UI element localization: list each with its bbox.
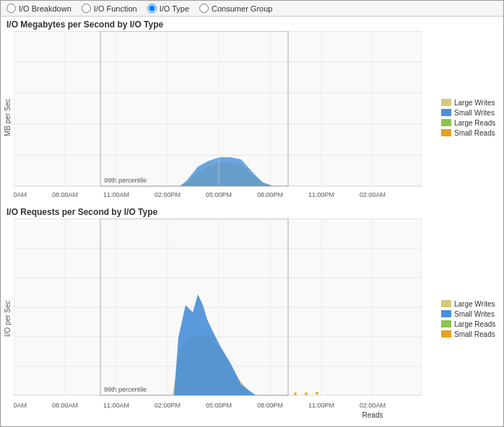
io-breakdown-option[interactable]: I/O Breakdown (6, 4, 71, 13)
svg-text:05:00AM: 05:00AM (14, 402, 27, 409)
svg-text:11:00PM: 11:00PM (308, 402, 334, 409)
chart2-small-reads-label: Small Reads (454, 330, 495, 338)
chart2-legend-item-small-reads: Small Reads (441, 330, 500, 338)
large-writes-label: Large Writes (454, 99, 495, 107)
svg-text:05:00PM: 05:00PM (206, 402, 232, 409)
small-reads-label: Small Reads (454, 129, 495, 137)
legend-item-small-reads: Small Reads (441, 129, 500, 137)
io-breakdown-label: I/O Breakdown (19, 4, 71, 13)
chart1-title: I/O Megabytes per Second by I/O Type (1, 17, 503, 31)
legend-item-small-writes: Small Writes (441, 109, 500, 117)
svg-point-60 (316, 392, 318, 395)
chart1-section: I/O Megabytes per Second by I/O Type MB … (1, 17, 503, 204)
svg-text:08:00PM: 08:00PM (257, 191, 283, 198)
svg-text:08:00AM: 08:00AM (52, 191, 78, 198)
svg-text:11:00AM: 11:00AM (103, 191, 129, 198)
chart2-large-writes-color (441, 300, 451, 307)
chart2-area: 1200 1000 800 600 400 200 0 99th percent… (14, 219, 438, 419)
chart1-svg: 50 40 30 20 10 0 99th percentile 05:00AM… (14, 31, 422, 204)
svg-text:02:00PM: 02:00PM (155, 191, 181, 198)
svg-text:99th percentile: 99th percentile (104, 386, 147, 393)
io-function-label: I/O Function (94, 4, 137, 13)
consumer-group-label: Consumer Group (212, 4, 272, 13)
chart2-small-writes-color (441, 310, 451, 317)
chart2-svg: 1200 1000 800 600 400 200 0 99th percent… (14, 219, 422, 419)
svg-text:05:00AM: 05:00AM (14, 191, 27, 198)
legend-item-large-reads: Large Reads (441, 119, 500, 127)
large-reads-color (441, 119, 451, 126)
chart2-title: I/O Requests per Second by I/O Type (1, 204, 503, 219)
chart2-legend: Large Writes Small Writes Large Reads Sm… (438, 219, 503, 419)
svg-text:11:00PM: 11:00PM (308, 191, 334, 198)
chart2-large-writes-label: Large Writes (454, 300, 495, 308)
chart2-small-reads-color (441, 330, 451, 338)
chart2-legend-item-large-writes: Large Writes (441, 300, 500, 308)
top-bar: I/O Breakdown I/O Function I/O Type Cons… (1, 1, 503, 17)
svg-text:02:00AM: 02:00AM (360, 191, 386, 198)
small-writes-label: Small Writes (454, 109, 495, 117)
svg-point-58 (294, 392, 297, 395)
small-writes-color (441, 109, 451, 116)
chart1-area: 50 40 30 20 10 0 99th percentile 05:00AM… (14, 31, 438, 204)
svg-text:11:00AM: 11:00AM (103, 402, 129, 409)
small-reads-color (441, 129, 451, 136)
chart2-large-reads-label: Large Reads (454, 320, 495, 328)
chart2-section: I/O Requests per Second by I/O Type I/O … (1, 204, 503, 419)
chart1-row: MB per Sec 50 40 30 20 10 0 (1, 31, 503, 204)
io-type-option[interactable]: I/O Type (147, 4, 189, 13)
svg-text:Reads: Reads (362, 411, 383, 419)
svg-point-59 (305, 392, 308, 395)
chart2-large-reads-color (441, 320, 451, 327)
chart2-y-axis-label: I/O per Sec (1, 219, 14, 419)
chart1-y-axis-label: MB per Sec (1, 31, 14, 204)
chart1-legend: Large Writes Small Writes Large Reads Sm… (438, 31, 503, 204)
io-function-option[interactable]: I/O Function (82, 4, 137, 13)
svg-text:02:00AM: 02:00AM (360, 402, 386, 409)
svg-text:08:00AM: 08:00AM (52, 402, 78, 409)
chart2-small-writes-label: Small Writes (454, 310, 495, 318)
large-reads-label: Large Reads (454, 119, 495, 127)
consumer-group-option[interactable]: Consumer Group (199, 4, 272, 13)
large-writes-color (441, 99, 451, 106)
io-type-label: I/O Type (160, 4, 189, 13)
legend-item-large-writes: Large Writes (441, 99, 500, 107)
svg-text:05:00PM: 05:00PM (206, 191, 232, 198)
chart2-row: I/O per Sec 1200 1000 800 600 400 (1, 219, 503, 419)
chart2-legend-item-small-writes: Small Writes (441, 310, 500, 318)
chart2-legend-item-large-reads: Large Reads (441, 320, 500, 328)
svg-text:08:00PM: 08:00PM (257, 402, 283, 409)
svg-text:02:00PM: 02:00PM (155, 402, 181, 409)
svg-text:99th percentile: 99th percentile (104, 177, 147, 184)
